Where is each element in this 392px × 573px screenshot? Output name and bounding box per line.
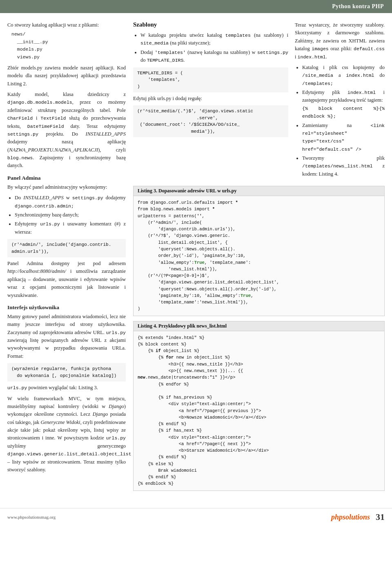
interfejs-code: (wyrażenie regularne, funkcja pythona do… <box>7 363 126 381</box>
panel-heading: Panel Admina <box>7 175 126 181</box>
header-title: Python kontra PHP <box>332 3 384 9</box>
listing3-header: Listing 3. Dopasowanie adresów URL w url… <box>134 186 384 196</box>
right-upper-list-item-4: Tworzymy plik /templates/news_list.html … <box>302 154 385 178</box>
szablony-list-item-2: Dodaj 'templates' (nazwę katalogu na sza… <box>140 49 288 65</box>
php-solutions-logo-text: phpsolutions <box>331 512 370 522</box>
panel-list-item-2: Synchronizujemy bazę danych; <box>15 211 126 219</box>
listing3-code: from django.conf.urls.defaults import * … <box>134 196 384 316</box>
intro-heading: Co stworzy katalog aplikacji wraz z plik… <box>7 21 126 29</box>
szablony-list-item-1: W katalogu projektu utwórz katalog templ… <box>140 31 288 47</box>
panel-list: Do INSTALLED_APPS w settings.py dodajemy… <box>7 194 126 236</box>
interfejs-para2: urls.py powinien wyglądać tak: Listing 3… <box>7 384 126 392</box>
right-upper-list-item-3: Zamieniamy na <link rel="stylesheet"type… <box>302 122 385 154</box>
panel-list-item-1: Do INSTALLED_APPS w settings.py dodajemy… <box>15 194 126 210</box>
left-para1: Zbiór models.py zawiera modele naszej ap… <box>7 64 126 88</box>
right-upper-para1: Teraz wystarczy, że stworzymy szablony. … <box>295 21 385 61</box>
right-upper-list-item-2: Edytujemy plik index.html i zastępujemy … <box>302 89 385 120</box>
right-column: Szablony W katalogu projektu utwórz kata… <box>133 21 385 496</box>
right-upper-list-item-1: Katalog i plik css kopiujemy do /site_me… <box>302 64 385 87</box>
right-upper-right: Teraz wystarczy, że stworzymy szablony. … <box>295 21 385 181</box>
interfejs-para1: Mamy gotowy panel administratora wiadomo… <box>7 313 126 360</box>
right-upper: Szablony W katalogu projektu utwórz kata… <box>133 21 385 181</box>
page-number: 31 <box>376 512 385 522</box>
left-para2: Każdy model, klasa dziedziczy z django.d… <box>7 91 126 170</box>
header-bar: Python kontra PHP <box>0 0 392 13</box>
panel-list-item-3: Edytujemy urls.py i usuwamy komentarz (#… <box>15 220 126 236</box>
listing4-code: {% extends "index.html" %} {% block cont… <box>134 331 384 491</box>
edytuj-para: Edytuj plik urls.py i dodaj regułę: <box>133 95 288 103</box>
listing3-box: Listing 3. Dopasowanie adresów URL w url… <box>133 186 385 316</box>
szablony-heading: Szablony <box>133 21 288 28</box>
panel-para1: By włączyć panel administracyjny wykonuj… <box>7 183 126 191</box>
template-dirs-code: TEMPLATE_DIRS = ( 'templates', ) <box>133 67 288 93</box>
panel-para2: Panel Admina dostępny jest pod adresem h… <box>7 260 126 299</box>
footer: www.phpsolutionsmag.org phpsolutions 31 <box>0 508 392 526</box>
urls-code: (r'^site_media/(.*)$', 'django.views.sta… <box>133 105 288 137</box>
szablony-list: W katalogu projektu utwórz katalog templ… <box>133 31 288 65</box>
listing4-header: Listing 4. Przykładowy plik news_list.ht… <box>134 321 384 331</box>
footer-url: www.phpsolutionsmag.org <box>7 515 56 519</box>
panel-code: (r'^admin/', include('django.contrib. ad… <box>7 239 126 257</box>
right-upper-list: Katalog i plik css kopiujemy do /site_me… <box>295 64 385 178</box>
interfejs-para3: W wielu frameworkach MVC, w tym miejscu,… <box>7 395 126 474</box>
footer-logo: phpsolutions 31 <box>331 512 385 522</box>
listing4-box: Listing 4. Przykładowy plik news_list.ht… <box>133 321 385 491</box>
szablony-section: Szablony W katalogu projektu utwórz kata… <box>133 21 288 181</box>
main-content: Co stworzy katalog aplikacji wraz z plik… <box>0 13 392 504</box>
left-column: Co stworzy katalog aplikacji wraz z plik… <box>7 21 126 496</box>
interfejs-heading: Interfejs użytkownika <box>7 304 126 311</box>
file-list: news/ __init__.py models.py views.py <box>11 31 126 61</box>
